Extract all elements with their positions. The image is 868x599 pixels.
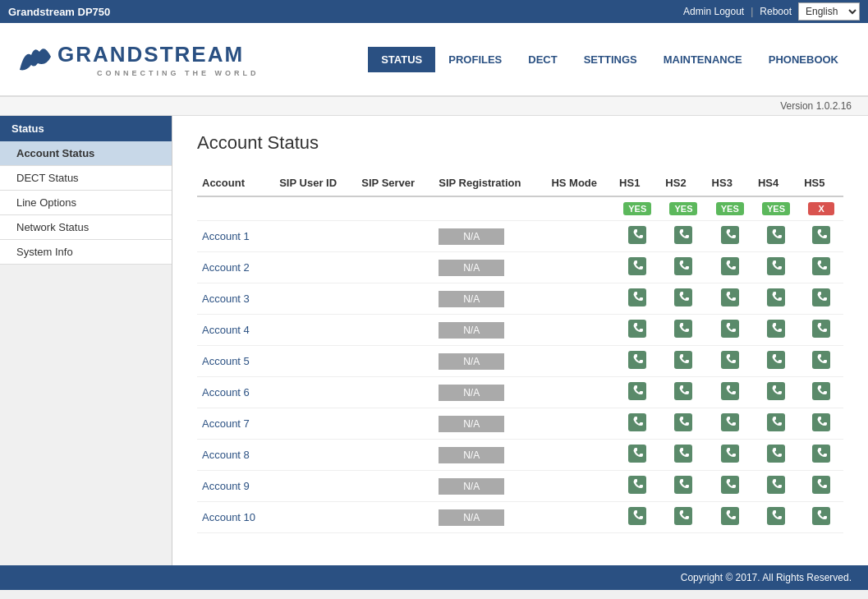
- phone-icon-row1-hs4: [767, 226, 785, 244]
- phone-icon-row5-hs1: [628, 351, 646, 369]
- hs4-icon-cell: [753, 502, 799, 533]
- hs4-icon-cell: [753, 408, 799, 440]
- phone-icon-row9-hs1: [628, 476, 646, 494]
- nav-phonebook[interactable]: PHONEBOOK: [755, 47, 852, 72]
- phone-icon-row2-hs2: [674, 257, 692, 275]
- table-row: Account 8N/A: [197, 440, 843, 471]
- table-header-row: Account SIP User ID SIP Server SIP Regis…: [197, 170, 843, 196]
- sip-server-cell: [356, 252, 434, 283]
- account-link[interactable]: Account 9: [202, 480, 250, 492]
- reboot-link[interactable]: Reboot: [760, 6, 792, 17]
- separator: |: [751, 6, 753, 17]
- hs3-icon-cell: [707, 283, 753, 315]
- hs2-icon-cell: [660, 283, 706, 315]
- hs3-icon-cell: [707, 252, 753, 283]
- phone-icon-row3-hs2: [674, 288, 692, 306]
- hs5-icon-cell: [799, 377, 843, 408]
- nav-maintenance[interactable]: MAINTENANCE: [650, 47, 755, 72]
- sip-server-cell: [356, 315, 434, 346]
- nav-status[interactable]: STATUS: [368, 47, 435, 72]
- table-row: Account 2N/A: [197, 252, 843, 283]
- account-cell: Account 2: [197, 252, 274, 283]
- na-badge: N/A: [439, 416, 504, 432]
- hs3-icon-cell: [707, 346, 753, 377]
- nav-dect[interactable]: DECT: [515, 47, 570, 72]
- na-badge: N/A: [439, 291, 504, 307]
- version-bar: Version 1.0.2.16: [0, 97, 868, 116]
- sidebar-item-network-status[interactable]: Network Status: [0, 215, 172, 240]
- sidebar-item-account-status[interactable]: Account Status: [0, 141, 172, 166]
- account-link[interactable]: Account 6: [202, 386, 250, 399]
- hs4-icon-cell: [753, 221, 799, 252]
- col-hs-mode: HS Mode: [546, 170, 614, 196]
- language-select[interactable]: English Chinese French German Spanish: [798, 2, 860, 21]
- sip-registration-cell: N/A: [434, 440, 546, 471]
- nav-settings[interactable]: SETTINGS: [571, 47, 650, 72]
- logo-area: GRANDSTREAM CONNECTING THE WORLD: [16, 42, 259, 77]
- hs1-badge-cell: YES: [614, 196, 660, 221]
- sidebar-item-dect-status[interactable]: DECT Status: [0, 166, 172, 191]
- sidebar-item-system-info[interactable]: System Info: [0, 240, 172, 265]
- logo-bird-icon: [16, 42, 51, 76]
- phone-icon-row10-hs1: [628, 507, 646, 525]
- hs4-badge-cell: YES: [753, 196, 799, 221]
- footer-text: Copyright © 2017. All Rights Reserved.: [681, 572, 852, 583]
- phone-icon-row4-hs5: [812, 320, 830, 338]
- phone-icon-row6-hs4: [767, 382, 785, 400]
- table-row: Account 4N/A: [197, 315, 843, 346]
- phone-icon-row10-hs3: [721, 507, 739, 525]
- sip-user-id-cell: [274, 221, 356, 252]
- phone-icon-row9-hs5: [812, 476, 830, 494]
- hs-mode-cell: [546, 221, 614, 252]
- hs4-icon-cell: [753, 315, 799, 346]
- account-link[interactable]: Account 4: [202, 324, 250, 336]
- phone-icon-row6-hs5: [812, 382, 830, 400]
- main-content: Account Status Account SIP User ID SIP S…: [172, 116, 868, 565]
- account-link[interactable]: Account 2: [202, 261, 250, 274]
- hs-mode-cell: [546, 252, 614, 283]
- table-row: Account 10N/A: [197, 502, 843, 533]
- hs4-icon-cell: [753, 440, 799, 471]
- hs1-icon-cell: [614, 440, 660, 471]
- phone-icon-row1-hs5: [812, 226, 830, 244]
- hs4-icon-cell: [753, 471, 799, 502]
- admin-logout-link[interactable]: Admin Logout: [683, 6, 744, 17]
- hs1-icon-cell: [614, 502, 660, 533]
- col-hs3: HS3: [707, 170, 753, 196]
- sip-server-cell: [356, 471, 434, 502]
- account-cell: Account 9: [197, 471, 274, 502]
- account-link[interactable]: Account 7: [202, 417, 250, 430]
- hs1-icon-cell: [614, 221, 660, 252]
- sip-user-id-cell: [274, 283, 356, 315]
- hs4-icon-cell: [753, 283, 799, 315]
- hs4-icon-cell: [753, 377, 799, 408]
- hs1-icon-cell: [614, 346, 660, 377]
- nav-profiles[interactable]: PROFILES: [435, 47, 515, 72]
- account-link[interactable]: Account 10: [202, 511, 255, 523]
- hs4-icon-cell: [753, 346, 799, 377]
- account-link[interactable]: Account 3: [202, 293, 250, 305]
- hs3-badge-cell: YES: [707, 196, 753, 221]
- hs-mode-cell: [546, 377, 614, 408]
- account-link[interactable]: Account 5: [202, 355, 250, 367]
- hs5-icon-cell: [799, 440, 843, 471]
- hs3-icon-cell: [707, 221, 753, 252]
- sidebar-item-line-options[interactable]: Line Options: [0, 191, 172, 215]
- table-row: Account 9N/A: [197, 471, 843, 502]
- sip-user-id-cell: [274, 315, 356, 346]
- phone-icon-row10-hs5: [812, 507, 830, 525]
- phone-icon-row4-hs3: [721, 320, 739, 338]
- account-link[interactable]: Account 1: [202, 230, 250, 242]
- hs-mode-cell: [546, 283, 614, 315]
- sip-server-cell: [356, 346, 434, 377]
- hs1-icon-cell: [614, 471, 660, 502]
- hs3-icon-cell: [707, 471, 753, 502]
- account-link[interactable]: Account 8: [202, 449, 250, 461]
- table-row: Account 1N/A: [197, 221, 843, 252]
- phone-icon-row3-hs3: [721, 288, 739, 306]
- phone-icon-row7-hs3: [721, 413, 739, 431]
- na-badge: N/A: [439, 385, 504, 401]
- hs1-badge: YES: [623, 202, 651, 215]
- phone-icon-row5-hs4: [767, 351, 785, 369]
- account-cell: Account 5: [197, 346, 274, 377]
